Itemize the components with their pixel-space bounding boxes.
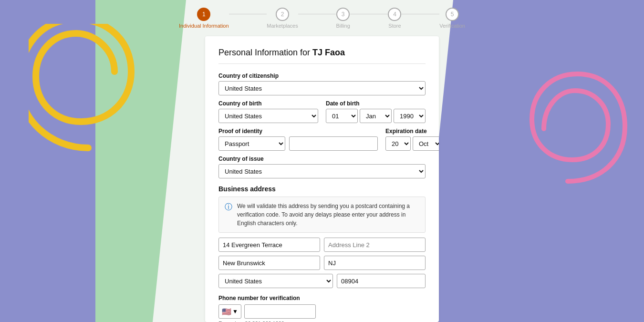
info-icon: ⓘ [225,202,232,212]
step-5: 5 Verification [439,8,465,29]
proof-type-select[interactable]: Passport Driver's License National ID [218,136,285,151]
city-input[interactable] [218,256,320,270]
dob-month-select[interactable]: JanFebMar AprMayJun JulAugSep OctNovDec [360,109,392,123]
step-circle-2: 2 [276,8,289,21]
country-zip-row: United States Canada [218,274,426,288]
step-label-3: Billing [336,23,350,29]
country-issue-label: Country of issue [218,156,426,162]
step-3: 3 Billing [336,8,350,29]
citizenship-select[interactable]: United States Canada United Kingdom [218,81,426,95]
step-label-4: Store [388,23,401,29]
step-2: 2 Marketplaces [267,8,298,29]
dob-year-select[interactable]: 199019911985 [394,109,426,123]
dob-selects: 010203 JanFebMar AprMayJun JulAugSep Oct… [326,109,426,123]
step-label-2: Marketplaces [267,23,298,29]
phone-row: 🇺🇸 ▼ [218,304,426,319]
address-line2-input[interactable] [324,238,426,252]
citizenship-label: Country of citizenship [218,73,426,79]
exp-day-select[interactable]: 200115 [385,136,411,151]
dob-group: Date of birth 010203 JanFebMar AprMayJun… [326,100,426,123]
country-issue-group: Country of issue United States Canada [218,156,426,178]
city-state-row [218,256,426,270]
phone-label: Phone number for verification [218,295,426,301]
phone-flag-dropdown[interactable]: 🇺🇸 ▼ [218,304,241,319]
step-circle-3: 3 [336,8,350,21]
dropdown-arrow: ▼ [232,308,238,315]
proof-label: Proof of identity [218,128,378,135]
step-line-1-2 [229,14,267,14]
proof-group: Proof of identity Passport Driver's Lice… [218,128,378,151]
flag-emoji: 🇺🇸 [222,307,231,316]
dob-day-select[interactable]: 010203 [326,109,358,123]
address-line1-row [218,238,426,252]
proof-row: Proof of identity Passport Driver's Lice… [218,128,426,151]
dob-label: Date of birth [326,100,426,107]
address-info-box: ⓘ We will validate this address by sendi… [218,197,426,233]
state-input[interactable] [324,256,426,270]
form-title: Personal Information for TJ Faoa [218,48,426,64]
proof-inputs: Passport Driver's License National ID [218,136,378,151]
address-line1-input[interactable] [218,238,320,252]
citizenship-group: Country of citizenship United States Can… [218,73,426,95]
expiration-selects: 200115 OctJanFeb 202320242025 [385,136,439,151]
step-circle-5: 5 [446,8,459,21]
username: TJ Faoa [312,48,345,57]
phone-input[interactable] [244,304,316,319]
address-country-select[interactable]: United States Canada [218,274,333,288]
birth-row: Country of birth United States Canada Da… [218,100,426,123]
info-text: We will validate this address by sending… [237,202,419,228]
birth-country-label: Country of birth [218,100,318,107]
birth-country-select[interactable]: United States Canada [218,109,318,123]
step-label-5: Verification [439,23,465,29]
zip-input[interactable] [337,274,426,288]
expiration-label: Expiration date [385,128,439,135]
step-1: 1 Individual Information [179,8,229,29]
step-line-2-3 [298,14,336,14]
step-line-3-4 [350,14,388,14]
step-circle-1: 1 [197,8,210,21]
country-issue-select[interactable]: United States Canada [218,164,426,178]
step-4: 4 Store [388,8,401,29]
progress-bar: 1 Individual Information 2 Marketplaces … [179,4,465,29]
main-content: 1 Individual Information 2 Marketplaces … [0,0,644,322]
birth-country-group: Country of birth United States Canada [218,100,318,123]
business-address-section-title: Business address [218,185,426,193]
step-line-4-5 [401,14,439,14]
step-label-1: Individual Information [179,23,229,29]
proof-number-input[interactable] [289,136,378,151]
exp-month-select[interactable]: OctJanFeb [413,136,439,151]
expiration-group: Expiration date 200115 OctJanFeb 2023202… [385,128,439,151]
form-card: Personal Information for TJ Faoa Country… [205,36,439,322]
step-circle-4: 4 [388,8,401,21]
